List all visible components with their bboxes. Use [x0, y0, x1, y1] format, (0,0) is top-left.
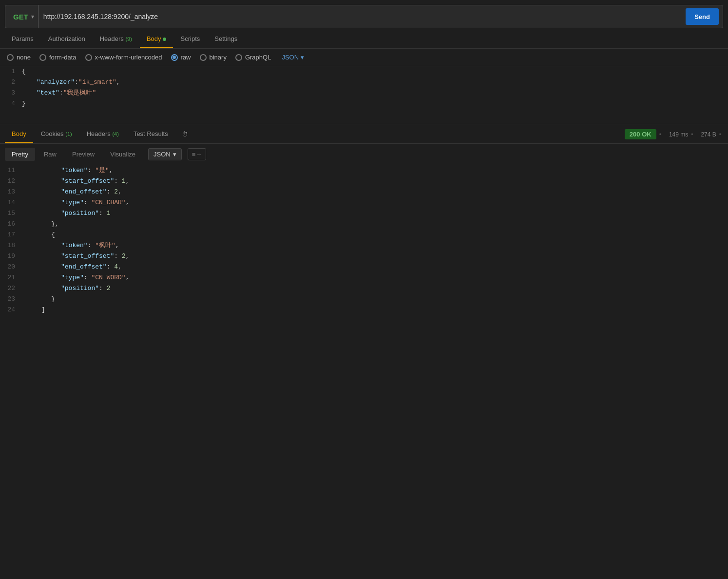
resp-line-22: 22 "position": 2	[0, 283, 728, 294]
url-bar: GET ▾ Send	[5, 5, 723, 28]
code-line-4: 4 }	[0, 98, 728, 109]
radio-binary-circle	[200, 54, 207, 61]
tab-settings[interactable]: Settings	[208, 30, 244, 48]
history-icon[interactable]: ⏱	[178, 126, 192, 143]
method-chevron-icon: ▾	[31, 14, 34, 20]
response-time: 149 ms	[669, 131, 688, 138]
radio-form-data[interactable]: form-data	[39, 54, 77, 61]
tab-body[interactable]: Body	[140, 30, 173, 48]
request-body-editor[interactable]: 1 { 2 "analyzer":"ik_smart", 3 "text":"我…	[0, 66, 728, 124]
resp-line-12: 12 "start_offset": 1,	[0, 176, 728, 187]
response-size: 274 B	[701, 131, 716, 138]
body-dot	[163, 38, 166, 41]
tab-params[interactable]: Params	[5, 30, 40, 48]
response-body: 11 "token": "是", 12 "start_offset": 1, 1…	[0, 165, 728, 448]
resp-line-18: 18 "token": "枫叶",	[0, 240, 728, 251]
response-tabs: Body Cookies (1) Headers (4) Test Result…	[0, 125, 728, 144]
send-button[interactable]: Send	[686, 8, 719, 25]
radio-graphql-circle	[235, 54, 242, 61]
headers-badge: (9)	[125, 36, 132, 42]
resp-json-dropdown[interactable]: JSON ▾	[148, 148, 182, 160]
radio-graphql[interactable]: GraphQL	[235, 54, 271, 61]
response-format-row: Pretty Raw Preview Visualize JSON ▾ ≡→	[0, 144, 728, 165]
resp-line-23: 23 }	[0, 294, 728, 305]
radio-raw[interactable]: raw	[171, 54, 191, 61]
json-format-dropdown[interactable]: JSON ▾	[282, 54, 304, 61]
resp-tab-headers[interactable]: Headers (4)	[80, 125, 126, 143]
resp-line-21: 21 "type": "CN_WORD",	[0, 272, 728, 283]
resp-format-visualize[interactable]: Visualize	[103, 148, 142, 161]
code-line-1: 1 {	[0, 66, 728, 77]
resp-line-17: 17 {	[0, 230, 728, 240]
radio-none[interactable]: none	[7, 54, 31, 61]
status-badge: 200 OK	[625, 129, 656, 139]
resp-line-15: 15 "position": 1	[0, 208, 728, 219]
radio-form-data-circle	[39, 54, 46, 61]
radio-none-circle	[7, 54, 14, 61]
tab-scripts[interactable]: Scripts	[174, 30, 207, 48]
resp-line-16: 16 },	[0, 219, 728, 230]
resp-tab-test-results[interactable]: Test Results	[127, 125, 175, 143]
resp-format-pretty[interactable]: Pretty	[5, 148, 35, 161]
wrap-button[interactable]: ≡→	[188, 148, 207, 160]
radio-binary[interactable]: binary	[200, 54, 227, 61]
body-type-row: none form-data x-www-form-urlencoded raw…	[0, 49, 728, 66]
method-label: GET	[13, 13, 28, 21]
resp-line-14: 14 "type": "CN_CHAR",	[0, 197, 728, 208]
radio-raw-circle	[171, 54, 178, 61]
resp-line-24: 24 ]	[0, 305, 728, 315]
resp-format-raw[interactable]: Raw	[37, 148, 63, 161]
radio-urlencoded[interactable]: x-www-form-urlencoded	[85, 54, 162, 61]
radio-urlencoded-circle	[85, 54, 92, 61]
resp-line-11: 11 "token": "是",	[0, 165, 728, 176]
resp-line-13: 13 "end_offset": 2,	[0, 187, 728, 197]
request-tabs: Params Authorization Headers (9) Body Sc…	[0, 30, 728, 49]
tab-headers[interactable]: Headers (9)	[93, 30, 139, 48]
code-line-3: 3 "text":"我是枫叶"	[0, 88, 728, 98]
resp-format-preview[interactable]: Preview	[65, 148, 101, 161]
resp-line-19: 19 "start_offset": 2,	[0, 251, 728, 262]
url-input[interactable]	[43, 13, 682, 20]
method-selector[interactable]: GET ▾	[9, 5, 38, 28]
resp-line-20: 20 "end_offset": 4,	[0, 262, 728, 272]
resp-tab-cookies[interactable]: Cookies (1)	[34, 125, 79, 143]
tab-authorization[interactable]: Authorization	[41, 30, 92, 48]
code-line-2: 2 "analyzer":"ik_smart",	[0, 77, 728, 88]
resp-tab-body[interactable]: Body	[5, 125, 33, 143]
